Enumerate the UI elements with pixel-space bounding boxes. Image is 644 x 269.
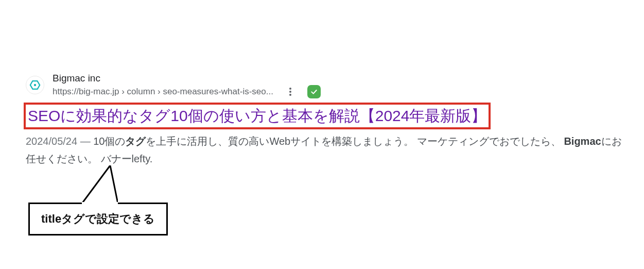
verified-badge bbox=[307, 85, 321, 98]
site-info: Bigmac inc https://big-mac.jp › column ›… bbox=[53, 72, 321, 98]
site-favicon bbox=[26, 76, 44, 94]
snippet-text: を上手に活用し、質の高いWebサイトを構築しましょう。 マーケティングでお bbox=[146, 136, 509, 147]
snippet-text: 10個の bbox=[93, 136, 125, 147]
result-header: Bigmac inc https://big-mac.jp › column ›… bbox=[26, 72, 623, 98]
svg-point-0 bbox=[34, 84, 36, 86]
breadcrumb[interactable]: https://big-mac.jp › column › seo-measur… bbox=[53, 86, 273, 97]
result-snippet: 2024/05/24 — 10個のタグを上手に活用し、質の高いWebサイトを構築… bbox=[26, 132, 623, 167]
svg-marker-1 bbox=[82, 165, 118, 204]
annotation-text: titleタグで設定できる bbox=[28, 203, 168, 236]
snippet-date: 2024/05/24 — bbox=[26, 136, 93, 147]
search-result: Bigmac inc https://big-mac.jp › column ›… bbox=[26, 72, 623, 167]
bigmac-logo-icon bbox=[29, 79, 41, 91]
more-vert-icon[interactable] bbox=[286, 87, 295, 96]
url-row: https://big-mac.jp › column › seo-measur… bbox=[53, 85, 321, 98]
annotation-callout: titleタグで設定できる bbox=[28, 203, 168, 236]
callout-pointer-icon bbox=[82, 165, 118, 204]
result-title-link[interactable]: SEOに効果的なタグ10個の使い方と基本を解説【2024年最新版】 bbox=[24, 103, 491, 130]
site-name: Bigmac inc bbox=[53, 72, 321, 85]
snippet-bold: タグ bbox=[125, 136, 146, 147]
snippet-bold: Bigmac bbox=[564, 136, 601, 147]
checkmark-icon bbox=[310, 88, 318, 96]
snippet-text: でしたら、 bbox=[510, 136, 564, 147]
